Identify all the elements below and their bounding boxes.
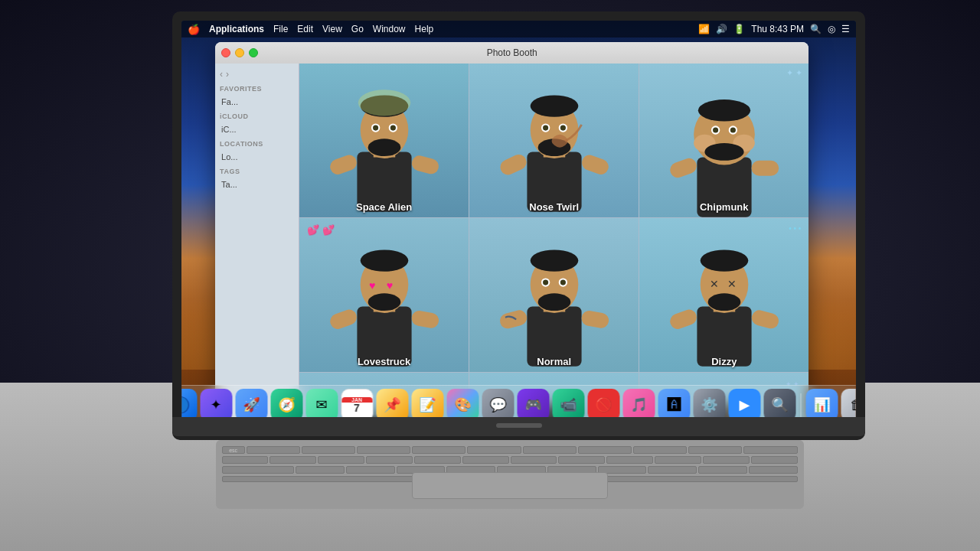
search-icon[interactable]: 🔍 <box>810 24 822 34</box>
number-row <box>558 456 605 464</box>
dock-safari[interactable]: 🧭 <box>270 389 302 421</box>
forward-arrow[interactable]: › <box>226 69 229 80</box>
dock-zoom[interactable]: ▶ <box>728 389 760 421</box>
svg-point-48 <box>530 250 578 272</box>
effects-grid[interactable]: Space Alien <box>299 64 808 431</box>
svg-rect-54 <box>498 308 528 330</box>
effect-dizzy[interactable]: • • • ✕ ✕ <box>639 218 808 372</box>
svg-point-52 <box>543 280 548 285</box>
trackpad <box>412 472 608 499</box>
svg-rect-44 <box>410 310 440 330</box>
menu-bar-right: 📶 🔊 🔋 Thu 8:43 PM 🔍 ◎ ☰ <box>698 24 850 34</box>
svg-rect-11 <box>410 154 440 175</box>
person-svg2 <box>482 86 626 217</box>
svg-point-29 <box>704 143 743 161</box>
effect-lovestruck[interactable]: 💕 💕 ♥ ♥ <box>299 218 469 372</box>
svg-point-39 <box>360 250 408 272</box>
svg-rect-55 <box>580 310 610 330</box>
fn-key <box>247 446 300 454</box>
sidebar-item-1[interactable]: Fa... <box>215 94 299 109</box>
back-arrow[interactable]: ‹ <box>220 69 223 80</box>
siri-icon[interactable]: ◎ <box>828 24 835 34</box>
dock-mail[interactable]: ✉ <box>305 389 338 421</box>
dock-discord[interactable]: 🎮 <box>517 389 549 421</box>
dock-overflow[interactable]: 📊 <box>805 389 838 421</box>
dock-siri[interactable]: ✦ <box>200 389 232 421</box>
app-name: Applications <box>209 24 264 34</box>
volume-icon: 🔊 <box>716 24 727 34</box>
effect-label-space-alien: Space Alien <box>299 201 469 213</box>
fn-key7 <box>578 446 632 454</box>
effect-chipmunk[interactable]: ✦ ✦ Chipmunk <box>639 64 808 217</box>
svg-rect-43 <box>328 308 358 331</box>
effect-label-lovestruck: Lovestruck <box>299 356 469 367</box>
control-center-icon[interactable]: ☰ <box>841 24 850 34</box>
svg-point-19 <box>543 126 548 131</box>
svg-point-60 <box>707 293 740 311</box>
wifi-icon: 📶 <box>698 24 710 34</box>
window-body: ‹ › FAVORITES Fa... iCLOUD iC... LOCATIO… <box>215 64 808 431</box>
dock-colorsync[interactable]: 🎨 <box>446 389 479 421</box>
svg-point-4 <box>368 139 400 156</box>
window-main-content: Space Alien <box>299 64 808 431</box>
svg-point-49 <box>537 293 570 311</box>
number-row <box>751 456 798 464</box>
number-row <box>366 456 413 464</box>
dock-finder[interactable]: 🔵 <box>181 389 197 421</box>
dock-music[interactable]: 🎵 <box>622 389 655 421</box>
fn-key3 <box>357 446 410 454</box>
dock-notes[interactable]: 📝 <box>411 389 443 421</box>
dock-appstore[interactable]: 🅰 <box>658 389 690 421</box>
laptop-chin <box>172 417 865 436</box>
svg-point-20 <box>560 126 566 131</box>
dock-calendar[interactable]: JAN 7 <box>341 389 373 421</box>
close-button[interactable] <box>221 48 230 57</box>
p-key <box>749 466 798 474</box>
dock-facetime[interactable]: 📹 <box>552 389 584 421</box>
menu-go[interactable]: Go <box>351 24 364 34</box>
fn-key6 <box>523 446 577 454</box>
effect-normal[interactable]: Normal <box>469 218 639 372</box>
battery-icon: 🔋 <box>733 24 745 34</box>
minimize-button[interactable] <box>235 48 244 57</box>
effect-space-alien[interactable]: Space Alien <box>299 64 469 217</box>
i-key <box>648 466 697 474</box>
dock-system-preferences[interactable]: ⚙️ <box>693 389 725 421</box>
sidebar-favorites-header: FAVORITES <box>215 82 299 94</box>
menu-view[interactable]: View <box>322 24 342 34</box>
dock-launchpad[interactable]: 🚀 <box>235 389 267 421</box>
effect-label-chipmunk: Chipmunk <box>639 201 808 213</box>
svg-point-7 <box>373 126 378 131</box>
dock-news[interactable]: 🚫 <box>587 389 619 421</box>
svg-point-40 <box>368 293 400 311</box>
svg-rect-10 <box>328 153 358 177</box>
number-row <box>222 456 269 464</box>
sidebar-item-3[interactable]: Lo... <box>215 149 299 165</box>
sidebar-item-2[interactable]: iC... <box>215 122 299 137</box>
dock-trash[interactable]: 🗑 <box>841 389 856 421</box>
effect-label-normal: Normal <box>469 356 639 367</box>
menu-window[interactable]: Window <box>373 24 406 34</box>
effect-label-nose-twirl: Nose Twirl <box>469 201 639 213</box>
tab-key <box>222 466 295 474</box>
dock-stickies[interactable]: 📌 <box>376 389 408 421</box>
effect-nose-twirl[interactable]: Nose Twirl <box>469 64 639 217</box>
maximize-button[interactable] <box>249 48 258 57</box>
number-row <box>703 456 750 464</box>
menu-file[interactable]: File <box>273 24 288 34</box>
menu-bar-left: 🍎 Applications File Edit View Go Window … <box>188 24 433 35</box>
svg-rect-63 <box>668 308 698 331</box>
fn-key2 <box>302 446 355 454</box>
menu-help[interactable]: Help <box>415 24 434 34</box>
svg-rect-35 <box>751 161 779 176</box>
svg-point-9 <box>358 90 410 116</box>
menu-bar: 🍎 Applications File Edit View Go Window … <box>181 21 856 37</box>
fn-key4 <box>412 446 466 454</box>
sidebar-item-4[interactable]: Ta... <box>215 177 299 192</box>
menu-edit[interactable]: Edit <box>297 24 313 34</box>
dock-contacts[interactable]: 💬 <box>482 389 514 421</box>
dock-alfred[interactable]: 🔍 <box>763 389 795 421</box>
effect-label-dizzy: Dizzy <box>639 356 808 367</box>
number-row <box>655 456 701 464</box>
apple-logo[interactable]: 🍎 <box>188 24 200 35</box>
